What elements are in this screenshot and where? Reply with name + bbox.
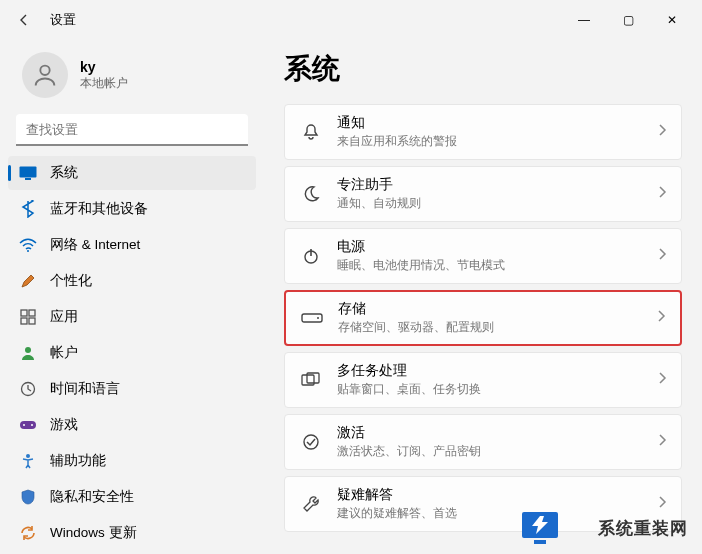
nav-windows-update[interactable]: Windows 更新 (8, 516, 256, 550)
display-icon (18, 163, 38, 183)
chevron-right-icon (656, 309, 666, 327)
minimize-icon: — (578, 13, 590, 27)
titlebar: 设置 — ▢ ✕ (0, 0, 702, 40)
card-title: 电源 (337, 238, 657, 256)
card-notifications[interactable]: 通知 来自应用和系统的警报 (284, 104, 682, 160)
window-title: 设置 (50, 11, 76, 29)
svg-rect-4 (21, 310, 27, 316)
card-title: 通知 (337, 114, 657, 132)
chevron-right-icon (657, 247, 667, 265)
card-focus-assist[interactable]: 专注助手 通知、自动规则 (284, 166, 682, 222)
watermark-logo-icon (518, 506, 562, 546)
card-activation[interactable]: 激活 激活状态、订阅、产品密钥 (284, 414, 682, 470)
svg-point-8 (25, 347, 31, 353)
chevron-right-icon (657, 123, 667, 141)
card-multitasking[interactable]: 多任务处理 贴靠窗口、桌面、任务切换 (284, 352, 682, 408)
nav-network[interactable]: 网络 & Internet (8, 228, 256, 262)
accessibility-icon (18, 451, 38, 471)
storage-icon (300, 306, 324, 330)
maximize-button[interactable]: ▢ (606, 4, 650, 36)
maximize-icon: ▢ (623, 13, 634, 27)
chevron-right-icon (657, 185, 667, 203)
main-panel: 系统 通知 来自应用和系统的警报 专注助手 通知、自动规则 (264, 40, 702, 554)
wifi-icon (18, 235, 38, 255)
nav-bluetooth[interactable]: 蓝牙和其他设备 (8, 192, 256, 226)
nav: 系统 蓝牙和其他设备 网络 & Internet 个性化 应用 帐户 (0, 156, 264, 550)
nav-label: 个性化 (50, 272, 92, 290)
apps-icon (18, 307, 38, 327)
svg-rect-7 (29, 318, 35, 324)
update-icon (18, 523, 38, 543)
nav-label: Windows 更新 (50, 524, 137, 542)
svg-rect-21 (534, 540, 546, 544)
minimize-button[interactable]: — (562, 4, 606, 36)
gamepad-icon (18, 415, 38, 435)
nav-label: 帐户 (50, 344, 78, 362)
moon-icon (299, 182, 323, 206)
avatar (22, 52, 68, 98)
svg-rect-10 (20, 421, 36, 429)
search-input[interactable] (16, 114, 248, 146)
close-button[interactable]: ✕ (650, 4, 694, 36)
sidebar: ky 本地帐户 系统 蓝牙和其他设备 网络 & Internet 个性化 (0, 40, 264, 554)
nav-privacy[interactable]: 隐私和安全性 (8, 480, 256, 514)
brush-icon (18, 271, 38, 291)
nav-system[interactable]: 系统 (8, 156, 256, 190)
nav-label: 隐私和安全性 (50, 488, 134, 506)
watermark-text: 系统重装网 (598, 517, 688, 540)
user-profile[interactable]: ky 本地帐户 (0, 44, 264, 110)
nav-accounts[interactable]: 帐户 (8, 336, 256, 370)
power-icon (299, 244, 323, 268)
person-icon (31, 61, 59, 89)
user-account-type: 本地帐户 (80, 75, 128, 92)
nav-personalization[interactable]: 个性化 (8, 264, 256, 298)
svg-point-16 (317, 317, 319, 319)
bluetooth-icon (18, 199, 38, 219)
arrow-left-icon (16, 12, 32, 28)
svg-point-0 (40, 66, 49, 75)
card-subtitle: 贴靠窗口、桌面、任务切换 (337, 381, 657, 398)
svg-rect-1 (20, 167, 37, 178)
nav-accessibility[interactable]: 辅助功能 (8, 444, 256, 478)
nav-label: 应用 (50, 308, 78, 326)
card-title: 疑难解答 (337, 486, 657, 504)
nav-label: 网络 & Internet (50, 236, 140, 254)
svg-rect-6 (21, 318, 27, 324)
card-title: 存储 (338, 300, 656, 318)
nav-label: 时间和语言 (50, 380, 120, 398)
back-button[interactable] (8, 4, 40, 36)
search-wrap (16, 114, 248, 146)
shield-icon (18, 487, 38, 507)
svg-point-19 (304, 435, 318, 449)
svg-rect-5 (29, 310, 35, 316)
card-title: 激活 (337, 424, 657, 442)
card-title: 多任务处理 (337, 362, 657, 380)
settings-list: 通知 来自应用和系统的警报 专注助手 通知、自动规则 电源 睡眠、电池使用情况、… (284, 104, 682, 532)
user-name: ky (80, 59, 128, 75)
account-icon (18, 343, 38, 363)
chevron-right-icon (657, 371, 667, 389)
card-subtitle: 激活状态、订阅、产品密钥 (337, 443, 657, 460)
clock-icon (18, 379, 38, 399)
svg-point-12 (31, 424, 33, 426)
card-subtitle: 通知、自动规则 (337, 195, 657, 212)
card-title: 专注助手 (337, 176, 657, 194)
window-buttons: — ▢ ✕ (562, 4, 694, 36)
card-subtitle: 存储空间、驱动器、配置规则 (338, 319, 656, 336)
nav-label: 辅助功能 (50, 452, 106, 470)
bell-icon (299, 120, 323, 144)
close-icon: ✕ (667, 13, 677, 27)
page-title: 系统 (284, 50, 682, 88)
nav-time-language[interactable]: 时间和语言 (8, 372, 256, 406)
svg-point-11 (23, 424, 25, 426)
user-info: ky 本地帐户 (80, 59, 128, 92)
card-storage[interactable]: 存储 存储空间、驱动器、配置规则 (284, 290, 682, 346)
card-subtitle: 睡眠、电池使用情况、节电模式 (337, 257, 657, 274)
nav-label: 游戏 (50, 416, 78, 434)
nav-gaming[interactable]: 游戏 (8, 408, 256, 442)
card-power[interactable]: 电源 睡眠、电池使用情况、节电模式 (284, 228, 682, 284)
nav-label: 系统 (50, 164, 78, 182)
svg-point-3 (27, 250, 29, 252)
nav-apps[interactable]: 应用 (8, 300, 256, 334)
wrench-icon (299, 492, 323, 516)
